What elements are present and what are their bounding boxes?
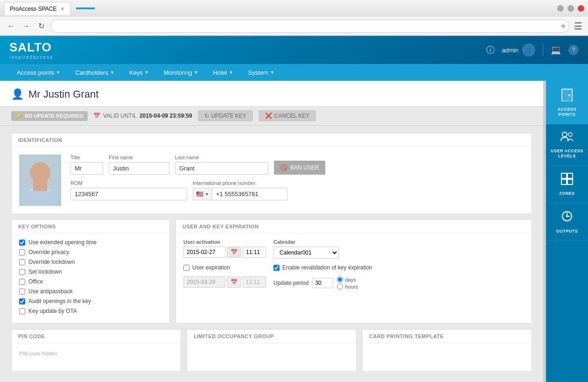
sidebar-zones-label: ZONES [559,191,575,196]
bookmark-icon[interactable]: ★ [560,21,567,30]
update-key-button[interactable]: ↻ UPDATE KEY [198,110,253,121]
nav-access-points-arrow: ▼ [56,70,60,75]
ban-user-button[interactable]: 🚫 BAN USER [274,161,325,175]
activation-time-input[interactable] [243,247,266,258]
revalidation-checkbox[interactable] [273,265,280,271]
user-expiration-label: User expiration [192,264,230,271]
nav-keys-label: Keys [129,69,143,76]
back-button[interactable]: ← [6,21,17,32]
last-name-input[interactable] [175,162,268,175]
identification-header: IDENTIFICATION [12,134,532,147]
antipassback-checkbox[interactable] [19,289,25,295]
info-icon[interactable]: ⓘ [486,44,495,56]
nav-hotel[interactable]: Hotel ▼ [205,64,240,81]
tab-title: ProAccess SPACE [10,6,56,12]
help-icon[interactable]: ? [568,45,579,55]
cancel-key-label: CANCEL KEY [274,113,310,119]
limited-occupancy-header: LIMITED OCCUPANCY GROUP [187,330,356,343]
period-input[interactable] [312,278,333,288]
nav-monitoring[interactable]: Monitoring ▼ [156,64,206,81]
revalidation-label: Enable revalidation of key expiration [282,264,372,271]
forward-button[interactable]: → [21,21,32,32]
hours-radio[interactable] [337,283,343,290]
nav-system[interactable]: System ▼ [241,64,282,81]
user-expiration-checkbox[interactable] [183,265,189,271]
office-checkbox[interactable] [19,279,25,285]
activation-calendar-button[interactable]: 📅 [227,247,241,258]
sidebar-user-access-levels[interactable]: USER ACCESSLEVELS [546,124,588,166]
browser-menu-icon[interactable]: ☰ [574,21,582,32]
days-radio[interactable] [337,276,343,283]
user-avatar[interactable]: 👤 [522,43,535,57]
phone-input[interactable] [212,188,287,200]
nav-access-points[interactable]: Access points ▼ [9,64,68,81]
valid-until: 📅 VALID UNTIL 2015-04-09 23:59:59 [93,113,192,119]
sidebar-zones-icon [560,172,574,188]
user-photo-svg [19,155,61,206]
expiration-time-input[interactable] [243,276,266,288]
activation-label: User activation [183,239,266,245]
days-radio-row: days [337,276,358,283]
expiration-date-input[interactable] [183,276,225,288]
key-ota-checkbox[interactable] [19,308,25,314]
close-button[interactable] [578,5,584,12]
identification-section: IDENTIFICATION [11,133,532,214]
key-options-body: Use extended opening time Override priva… [12,233,169,323]
expiration-group: User expiration 📅 [183,264,266,288]
svg-rect-13 [567,179,573,184]
card-printing-header: CARD PRINTING TEMPLATE [363,330,532,343]
nav-keys[interactable]: Keys ▼ [122,64,156,81]
content-area: 👤 Mr Justin Grant 🔑 NO UPDATE REQUIRED 📅… [0,81,543,382]
monitor-icon[interactable]: 💻 [551,45,561,55]
card-printing-title: CARD PRINTING TEMPLATE [369,333,444,339]
audit-openings-checkbox[interactable] [19,298,25,304]
content-inner: IDENTIFICATION [0,126,543,382]
app-header: SALTO inspiredaccess ⓘ admin 👤 💻 ? [0,36,588,64]
ban-user-label: BAN USER [290,164,319,171]
maximize-button[interactable] [567,5,574,12]
expiration-header: USER AND KEY EXPIRATION [176,220,532,233]
phone-flag[interactable]: 🇺🇸 ▼ [193,188,212,200]
sidebar-outputs[interactable]: OUTPUTS [546,203,588,241]
nav-cardholders[interactable]: Cardholders ▼ [68,64,122,81]
tab-close-button[interactable]: × [60,6,64,12]
sidebar-access-points[interactable]: ACCESS POINTS [546,81,588,124]
override-privacy-label: Override privacy [28,249,69,255]
door-icon [560,87,574,101]
activation-date-group: 📅 [183,247,266,258]
page-title: Mr Justin Grant [28,88,98,100]
first-name-input[interactable] [109,162,169,175]
nav-hotel-label: Hotel [213,69,227,76]
main-content: 👤 Mr Justin Grant 🔑 NO UPDATE REQUIRED 📅… [0,81,588,382]
update-period-row: Update period days [273,276,372,290]
svg-rect-11 [567,173,573,178]
zones-icon [560,172,574,185]
rom-input[interactable] [70,188,187,200]
sidebar-access-points-label: ACCESS POINTS [550,107,584,117]
days-label: days [345,277,356,283]
override-lockdown-checkbox[interactable] [19,259,25,265]
title-input[interactable] [70,162,103,175]
calendar-select[interactable]: Calendar001 Calendar002 Default [273,247,339,259]
activation-date-input[interactable] [183,247,225,258]
extended-opening-checkbox[interactable] [19,240,25,246]
activation-row: User activation 📅 Calendar [183,239,524,259]
set-lockdown-checkbox[interactable] [19,269,25,275]
option-audit-openings: Audit openings in the key [19,298,162,304]
sidebar-zones[interactable]: ZONES [546,166,588,203]
browser-tab[interactable]: ProAccess SPACE × [4,2,70,15]
override-privacy-checkbox[interactable] [19,249,25,255]
address-bar[interactable] [50,20,569,33]
option-extended-opening: Use extended opening time [19,239,162,246]
update-period-label: Update period [273,280,308,286]
period-unit-group: days hours [337,276,358,290]
calendar-icon: 📅 [93,113,100,119]
cancel-key-button[interactable]: ❌ CANCEL KEY [259,110,316,121]
browser-toolbar: ← → ↻ ★ ☰ [0,17,588,35]
refresh-button[interactable]: ↻ [35,21,47,32]
option-override-lockdown: Override lockdown [19,259,162,265]
status-badge: 🔑 NO UPDATE REQUIRED [11,111,88,121]
title-label: Title [70,155,103,160]
expiration-calendar-button[interactable]: 📅 [227,276,241,288]
minimize-button[interactable] [557,5,564,12]
